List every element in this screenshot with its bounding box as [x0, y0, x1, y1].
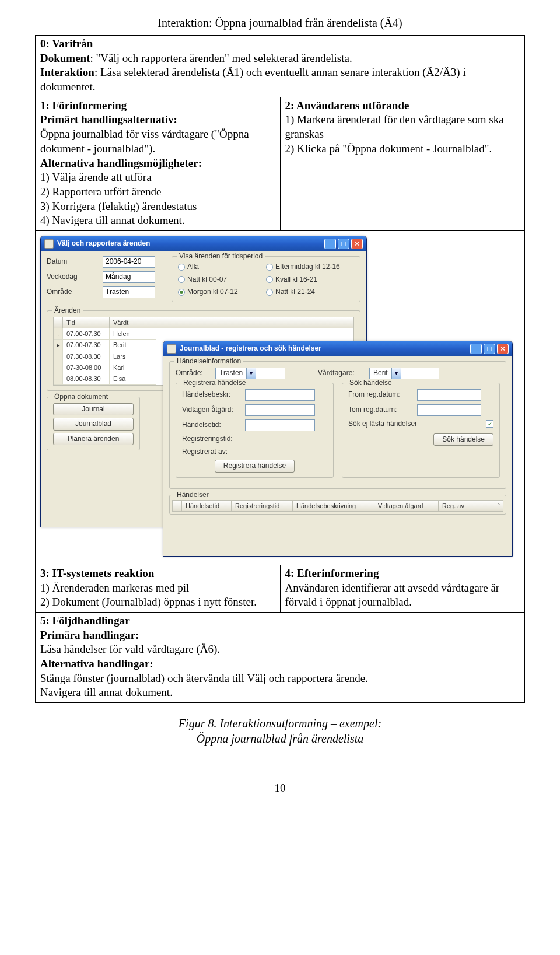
- window-title: Journalblad - registrera och sök händels…: [180, 344, 470, 354]
- chevron-down-icon: ▾: [246, 368, 256, 379]
- row1-left: 1: Förinformering Primärt handlingsalter…: [36, 97, 281, 230]
- radio-kvall[interactable]: Kväll kl 16-21: [266, 275, 354, 285]
- doc-title: Interaktion: Öppna journalblad från ären…: [35, 15, 525, 30]
- figure-caption-2: Öppna journalblad från ärendelista: [35, 731, 525, 746]
- opendoc-group-title: Öppna dokument: [52, 393, 110, 402]
- row1-left-b1t: Öppna journalblad för viss vårdtagare ("…: [40, 128, 249, 155]
- from-label: From reg.datum:: [348, 390, 412, 400]
- row0-l1a: Dokument: [40, 52, 90, 64]
- sok-handelse-button[interactable]: Sök händelse: [433, 433, 494, 446]
- arenden-group-title: Ärenden: [52, 306, 83, 316]
- regav-label: Registrerat av:: [182, 447, 240, 457]
- window-title: Välj och rapportera ärenden: [57, 239, 324, 249]
- table-row: .07.00-07.30Helen: [54, 328, 354, 340]
- row5-cell: 5: Följdhandlingar Primära handlingar: L…: [36, 613, 525, 703]
- registrera-group-title: Registrera händelse: [181, 379, 248, 388]
- veckodag-field[interactable]: Måndag: [103, 271, 155, 283]
- col-registreringstid[interactable]: Registreringstid: [232, 501, 293, 511]
- journalblad-button[interactable]: Journalblad: [53, 418, 134, 431]
- row1-left-li4: 4) Navigera till annat dokument.: [40, 214, 184, 226]
- row0-cell: 0: Varifrån Dokument: "Välj och rapporte…: [36, 36, 525, 97]
- chevron-down-icon: ▾: [391, 368, 401, 379]
- sok-group-title: Sök händelse: [347, 379, 394, 388]
- minimize-button[interactable]: _: [470, 344, 482, 354]
- row1-left-h: 1: Förinformering: [40, 99, 127, 111]
- close-button[interactable]: ×: [351, 239, 363, 249]
- row5-b2t2: Navigera till annat dokument.: [40, 686, 173, 698]
- maximize-button[interactable]: □: [484, 344, 495, 354]
- htid-label: Händelsetid:: [182, 421, 240, 430]
- row0-heading: 0: Varifrån: [40, 37, 93, 50]
- hbeskr-field[interactable]: [245, 389, 315, 401]
- col-tid[interactable]: Tid: [63, 317, 110, 328]
- row1-left-li2: 2) Rapportera utfört ärende: [40, 186, 161, 198]
- row3-right-h: 4: Efterinformering: [285, 567, 379, 579]
- ejlasta-label: Sök ej lästa händelser: [348, 419, 481, 429]
- row1-right: 2: Användarens utförande 1) Markera ären…: [280, 97, 525, 230]
- scroll-up-icon[interactable]: ˄: [494, 501, 503, 511]
- htid-field[interactable]: [245, 419, 315, 431]
- col-handelsebeskrivning[interactable]: Händelsebeskrivning: [293, 501, 374, 511]
- minimize-button[interactable]: _: [324, 239, 336, 249]
- col-handelsetid[interactable]: Händelsetid: [182, 501, 232, 511]
- screenshot-area: Välj och rapportera ärenden _ □ ×: [40, 236, 520, 557]
- row0-l1b: : "Välj och rapportera ärenden" med sele…: [90, 52, 352, 64]
- radio-natt21[interactable]: Natt kl 21-24: [266, 288, 354, 297]
- radio-eftermiddag[interactable]: Eftermiddag kl 12-16: [266, 263, 354, 272]
- atgard-label: Vidtagen åtgärd:: [182, 405, 240, 415]
- row1-left-li1: 1) Välja ärende att utföra: [40, 171, 152, 183]
- row5-b1l: Primära handlingar:: [40, 629, 139, 641]
- ejlasta-checkbox[interactable]: ✓: [486, 420, 494, 428]
- regtid-label: Registreringstid:: [182, 435, 240, 444]
- omrade-label: Område: [47, 288, 98, 297]
- omrade-field[interactable]: Trasten: [103, 286, 155, 298]
- row3-left: 3: IT-systemets reaktion 1) Ärenderaden …: [36, 565, 281, 612]
- hbeskr-label: Händelsebeskr:: [182, 390, 240, 400]
- veckodag-label: Veckodag: [47, 272, 98, 282]
- atgard-field[interactable]: [245, 404, 315, 416]
- titlebar[interactable]: Journalblad - registrera och sök händels…: [163, 341, 512, 356]
- datum-field[interactable]: 2006-04-20: [103, 256, 155, 268]
- tom-label: Tom reg.datum:: [348, 405, 412, 415]
- row5-b1t: Läsa händelser för vald vårdtagare (Ä6).: [40, 643, 220, 655]
- handelser-group-title: Händelser: [174, 491, 211, 500]
- close-button[interactable]: ×: [497, 344, 509, 354]
- arenden-table-header: Tid Vårdt: [53, 317, 354, 328]
- row5-b2l: Alternativa handlingar:: [40, 657, 153, 670]
- figure-caption-1: Figur 8. Interaktionsutformning – exempe…: [35, 716, 525, 731]
- app-icon: [44, 239, 54, 249]
- col-reg-av[interactable]: Reg. av: [439, 501, 494, 511]
- tom-field[interactable]: [417, 404, 481, 416]
- from-field[interactable]: [417, 389, 481, 401]
- datum-label: Datum: [47, 257, 98, 267]
- maximize-button[interactable]: □: [338, 239, 349, 249]
- screenshot-cell: Välj och rapportera ärenden _ □ ×: [36, 230, 525, 565]
- row3-right-t: Användaren identifierar att avsedd vårdt…: [285, 582, 500, 608]
- omrade-label: Område:: [176, 369, 211, 378]
- app-icon: [167, 344, 176, 354]
- vardtagare-label: Vårdtagare:: [318, 369, 365, 378]
- radio-morgon[interactable]: Morgon kl 07-12: [178, 288, 266, 297]
- period-group-title: Visa ärenden för tidsperiod: [177, 252, 265, 261]
- omrade-combo[interactable]: Trasten▾: [215, 368, 285, 379]
- radio-alla[interactable]: Alla: [178, 263, 266, 272]
- row5-b2t1: Stänga fönster (journalblad) och återvän…: [40, 672, 368, 684]
- interaction-table: 0: Varifrån Dokument: "Välj och rapporte…: [35, 35, 525, 703]
- col-vardt[interactable]: Vårdt: [110, 317, 156, 328]
- registrera-handelse-button[interactable]: Registrera händelse: [215, 460, 295, 473]
- window-journalblad: Journalblad - registrera och sök händels…: [163, 341, 513, 557]
- row3-left-li1: 1) Ärenderaden markeras med pil: [40, 582, 189, 594]
- handelser-header: Händelsetid Registreringstid Händelsebes…: [172, 500, 503, 512]
- page-number: 10: [35, 781, 525, 796]
- col-vidtagen-atgard[interactable]: Vidtagen åtgärd: [374, 501, 439, 511]
- vardtagare-combo[interactable]: Berit▾: [369, 368, 439, 379]
- titlebar[interactable]: Välj och rapportera ärenden _ □ ×: [41, 236, 366, 251]
- radio-natt00[interactable]: Natt kl 00-07: [178, 275, 266, 285]
- row3-left-li2: 2) Dokument (Journalblad) öppnas i nytt …: [40, 596, 257, 608]
- journal-button[interactable]: Journal: [53, 403, 134, 416]
- planera-arenden-button[interactable]: Planera ärenden: [53, 433, 134, 446]
- handelseinfo-group-title: Händelseinformation: [174, 357, 243, 366]
- row1-right-li2: 2) Klicka på "Öppna dokument - Journalbl…: [285, 142, 492, 155]
- row0-l2b: : Läsa selekterad ärendelista (Ä1) och e…: [40, 66, 466, 93]
- row1-left-li3: 3) Korrigera (felaktig) ärendestatus: [40, 200, 197, 212]
